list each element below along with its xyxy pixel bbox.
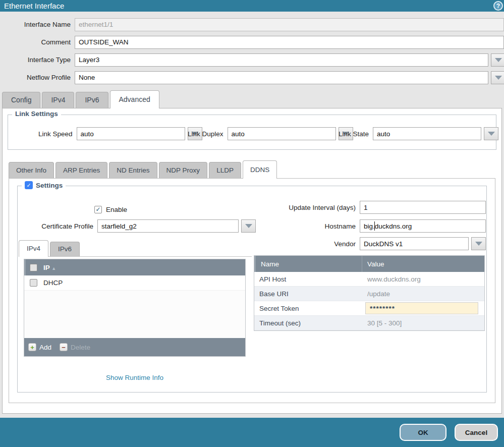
link-duplex-label: Link Duplex xyxy=(188,130,223,138)
delete-button[interactable]: − Delete xyxy=(60,343,90,351)
api-host-value: www.duckdns.org xyxy=(362,275,484,283)
ip-column-header[interactable]: IP ▲ xyxy=(43,264,56,271)
ip-table: IP ▲ DHCP + Add − Delete xyxy=(24,259,246,357)
ip-table-empty-area xyxy=(24,291,245,338)
update-interval-label: Update Interval (days) xyxy=(255,204,356,211)
interface-name-row: Interface Name xyxy=(0,18,504,31)
interface-name-label: Interface Name xyxy=(0,21,71,28)
text-caret xyxy=(374,221,375,231)
interface-type-field[interactable] xyxy=(75,53,488,67)
tab-other-info[interactable]: Other Info xyxy=(9,162,54,178)
vendor-select[interactable]: DuckDNS v1 xyxy=(360,237,469,250)
interface-form: Interface Name Comment Interface Type Ne… xyxy=(0,12,504,87)
update-interval-field[interactable] xyxy=(360,201,486,214)
tab-ddns[interactable]: DDNS xyxy=(243,160,277,179)
vendor-config-table: Name Value API Host www.duckdns.org Base… xyxy=(254,255,485,331)
help-icon[interactable]: ? xyxy=(493,1,503,11)
tab-arp-entries[interactable]: ARP Entries xyxy=(55,162,107,178)
link-duplex-group: Link Duplex auto xyxy=(188,127,339,140)
tab-ddns-ipv6[interactable]: IPv6 xyxy=(50,242,80,256)
ip-row-label: DHCP xyxy=(43,279,63,287)
link-state-select[interactable]: auto xyxy=(373,127,481,140)
netflow-profile-label: Netflow Profile xyxy=(0,74,71,81)
dialog-title: Ethernet Interface xyxy=(4,2,64,10)
hostname-row: Hostname xyxy=(255,219,486,233)
cancel-button[interactable]: Cancel xyxy=(455,424,498,441)
hostname-field[interactable] xyxy=(360,219,486,233)
link-settings-fieldset: Link Settings Link Speed auto Link Duple… xyxy=(8,115,496,150)
ok-button[interactable]: OK xyxy=(400,424,446,441)
tab-nd-entries[interactable]: ND Entries xyxy=(109,162,157,178)
ddns-settings-legend-text: Settings xyxy=(36,182,63,189)
advanced-panel: Link Settings Link Speed auto Link Duple… xyxy=(2,108,502,414)
add-button[interactable]: + Add xyxy=(28,343,51,351)
add-icon: + xyxy=(28,343,36,351)
settings-group-checkbox[interactable]: ✓ xyxy=(25,181,33,189)
chevron-down-icon xyxy=(245,224,252,228)
advanced-tabstrip: Other Info ARP Entries ND Entries NDP Pr… xyxy=(3,158,501,178)
ip-table-row-dhcp[interactable]: DHCP xyxy=(24,275,245,291)
tab-ddns-ipv4[interactable]: IPv4 xyxy=(19,240,48,257)
value-column-header: Value xyxy=(362,260,484,268)
table-row-timeout: Timeout (sec) 30 [5 - 300] xyxy=(254,316,484,330)
link-state-dropdown-button[interactable] xyxy=(484,127,498,140)
comment-row: Comment xyxy=(0,35,504,49)
vendor-dropdown-button[interactable] xyxy=(471,237,486,250)
dialog-footer: OK Cancel xyxy=(0,418,504,447)
runtime-info-wrap: Show Runtime Info xyxy=(24,374,246,381)
link-state-group: Link State auto xyxy=(339,127,498,140)
interface-name-field xyxy=(75,18,504,31)
dialog-titlebar: Ethernet Interface ? xyxy=(0,0,504,12)
ddns-settings-fieldset: ✓ Settings ✓ Enable Certificate Profile … xyxy=(17,186,487,393)
link-state-label: Link State xyxy=(339,130,369,138)
tab-config[interactable]: Config xyxy=(2,92,40,108)
tab-advanced[interactable]: Advanced xyxy=(110,90,159,108)
tab-ipv4[interactable]: IPv4 xyxy=(42,92,74,108)
link-speed-label: Link Speed xyxy=(38,130,73,138)
timeout-value[interactable]: 30 [5 - 300] xyxy=(362,319,484,327)
link-settings-legend: Link Settings xyxy=(12,110,61,118)
link-settings-row: Link Speed auto Link Duplex auto Link St… xyxy=(8,115,496,149)
tab-ndp-proxy[interactable]: NDP Proxy xyxy=(159,162,208,178)
certificate-profile-select[interactable]: starfield_g2 xyxy=(97,219,239,233)
certificate-profile-dropdown-button[interactable] xyxy=(241,219,256,233)
certificate-profile-row: Certificate Profile starfield_g2 xyxy=(21,219,256,233)
tab-lldp[interactable]: LLDP xyxy=(209,162,241,178)
tab-ipv6[interactable]: IPv6 xyxy=(76,92,108,108)
table-row-base-uri: Base URI /update xyxy=(254,287,484,301)
select-all-checkbox[interactable] xyxy=(30,264,37,271)
enable-row: ✓ Enable xyxy=(94,202,127,216)
vendor-row: Vendor DuckDNS v1 xyxy=(255,237,486,251)
row-checkbox[interactable] xyxy=(30,279,37,287)
delete-icon: − xyxy=(60,343,68,351)
link-duplex-select[interactable]: auto xyxy=(228,127,336,140)
main-tabstrip: Config IPv4 IPv6 Advanced xyxy=(0,87,504,108)
secret-token-field[interactable] xyxy=(365,302,478,314)
interface-type-dropdown-button[interactable] xyxy=(491,53,504,67)
netflow-profile-field[interactable] xyxy=(75,71,488,84)
enable-checkbox[interactable]: ✓ xyxy=(94,206,102,213)
chevron-down-icon xyxy=(495,58,502,62)
netflow-profile-dropdown-button[interactable] xyxy=(491,71,504,84)
enable-label: Enable xyxy=(106,206,127,213)
vendor-label: Vendor xyxy=(255,240,356,248)
link-speed-group: Link Speed auto xyxy=(13,127,188,140)
interface-type-label: Interface Type xyxy=(0,56,71,64)
ddns-settings-legend: ✓ Settings xyxy=(22,181,66,189)
show-runtime-info-link[interactable]: Show Runtime Info xyxy=(106,374,163,381)
update-interval-row: Update Interval (days) xyxy=(255,200,486,214)
certificate-profile-label: Certificate Profile xyxy=(21,222,93,230)
vendor-config-header: Name Value xyxy=(254,256,484,272)
comment-field[interactable] xyxy=(75,36,504,49)
name-column-header: Name xyxy=(254,256,362,272)
ip-table-header: IP ▲ xyxy=(24,259,245,275)
chevron-down-icon xyxy=(495,76,502,80)
ddns-panel: ✓ Settings ✓ Enable Certificate Profile … xyxy=(9,178,495,403)
interface-type-row: Interface Type xyxy=(0,53,504,67)
hostname-field-wrap xyxy=(360,219,486,233)
chevron-down-icon xyxy=(488,132,495,136)
link-speed-select[interactable]: auto xyxy=(77,127,185,140)
ip-version-tabstrip: IPv4 IPv6 xyxy=(19,238,252,257)
table-row-api-host: API Host www.duckdns.org xyxy=(254,272,484,287)
base-uri-value: /update xyxy=(362,290,484,298)
